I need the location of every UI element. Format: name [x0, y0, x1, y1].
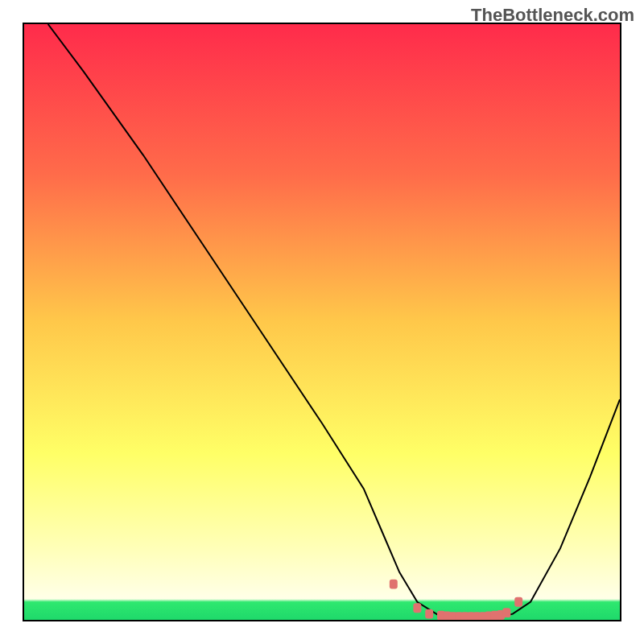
plot-area — [23, 23, 621, 621]
svg-rect-15 — [502, 608, 510, 617]
curve-layer — [24, 24, 620, 620]
chart-container: TheBottleneck.com — [0, 0, 644, 644]
svg-rect-1 — [390, 580, 398, 589]
valley-markers — [390, 580, 522, 620]
svg-rect-2 — [413, 603, 421, 613]
svg-rect-3 — [425, 609, 433, 619]
bottleneck-curve — [48, 24, 620, 618]
svg-rect-16 — [514, 597, 522, 607]
watermark-label: TheBottleneck.com — [471, 5, 634, 26]
